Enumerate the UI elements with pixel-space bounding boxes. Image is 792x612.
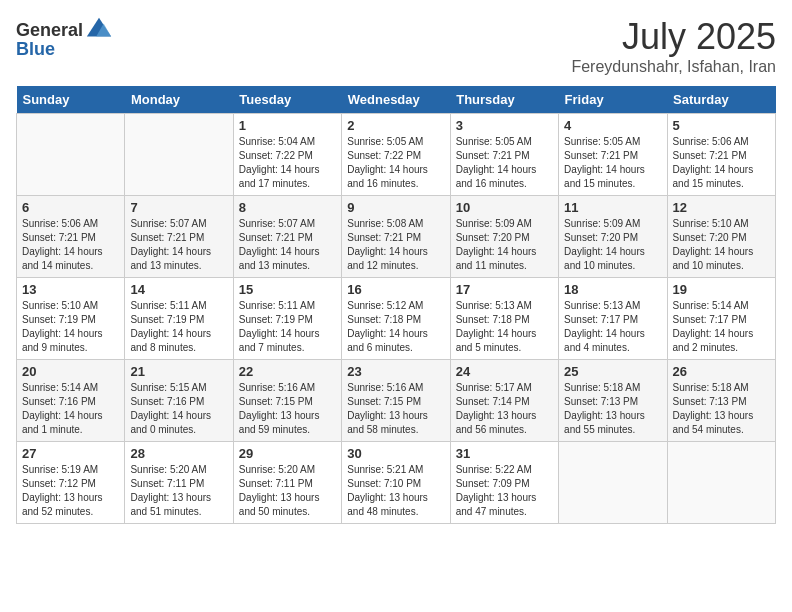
- calendar-cell: 18Sunrise: 5:13 AM Sunset: 7:17 PM Dayli…: [559, 278, 667, 360]
- day-info: Sunrise: 5:09 AM Sunset: 7:20 PM Dayligh…: [564, 217, 661, 273]
- day-number: 18: [564, 282, 661, 297]
- day-info: Sunrise: 5:18 AM Sunset: 7:13 PM Dayligh…: [673, 381, 770, 437]
- day-info: Sunrise: 5:07 AM Sunset: 7:21 PM Dayligh…: [239, 217, 336, 273]
- calendar-cell: 30Sunrise: 5:21 AM Sunset: 7:10 PM Dayli…: [342, 442, 450, 524]
- day-info: Sunrise: 5:14 AM Sunset: 7:16 PM Dayligh…: [22, 381, 119, 437]
- calendar-week-row: 13Sunrise: 5:10 AM Sunset: 7:19 PM Dayli…: [17, 278, 776, 360]
- day-number: 23: [347, 364, 444, 379]
- calendar-week-row: 20Sunrise: 5:14 AM Sunset: 7:16 PM Dayli…: [17, 360, 776, 442]
- calendar-cell: 2Sunrise: 5:05 AM Sunset: 7:22 PM Daylig…: [342, 114, 450, 196]
- weekday-header-row: SundayMondayTuesdayWednesdayThursdayFrid…: [17, 86, 776, 114]
- day-number: 2: [347, 118, 444, 133]
- calendar-cell: 25Sunrise: 5:18 AM Sunset: 7:13 PM Dayli…: [559, 360, 667, 442]
- calendar-cell: 9Sunrise: 5:08 AM Sunset: 7:21 PM Daylig…: [342, 196, 450, 278]
- weekday-header-sunday: Sunday: [17, 86, 125, 114]
- calendar-cell: 24Sunrise: 5:17 AM Sunset: 7:14 PM Dayli…: [450, 360, 558, 442]
- day-info: Sunrise: 5:14 AM Sunset: 7:17 PM Dayligh…: [673, 299, 770, 355]
- calendar-cell: 19Sunrise: 5:14 AM Sunset: 7:17 PM Dayli…: [667, 278, 775, 360]
- day-info: Sunrise: 5:10 AM Sunset: 7:20 PM Dayligh…: [673, 217, 770, 273]
- calendar-cell: 28Sunrise: 5:20 AM Sunset: 7:11 PM Dayli…: [125, 442, 233, 524]
- page-header: General Blue July 2025 Fereydunshahr, Is…: [16, 16, 776, 76]
- weekday-header-thursday: Thursday: [450, 86, 558, 114]
- day-info: Sunrise: 5:06 AM Sunset: 7:21 PM Dayligh…: [22, 217, 119, 273]
- logo-icon: [85, 16, 113, 44]
- calendar-cell: 26Sunrise: 5:18 AM Sunset: 7:13 PM Dayli…: [667, 360, 775, 442]
- day-info: Sunrise: 5:22 AM Sunset: 7:09 PM Dayligh…: [456, 463, 553, 519]
- day-number: 19: [673, 282, 770, 297]
- calendar-cell: [125, 114, 233, 196]
- calendar-cell: 29Sunrise: 5:20 AM Sunset: 7:11 PM Dayli…: [233, 442, 341, 524]
- weekday-header-tuesday: Tuesday: [233, 86, 341, 114]
- day-number: 15: [239, 282, 336, 297]
- calendar-cell: [667, 442, 775, 524]
- calendar-cell: 8Sunrise: 5:07 AM Sunset: 7:21 PM Daylig…: [233, 196, 341, 278]
- calendar-week-row: 6Sunrise: 5:06 AM Sunset: 7:21 PM Daylig…: [17, 196, 776, 278]
- day-number: 14: [130, 282, 227, 297]
- calendar-table: SundayMondayTuesdayWednesdayThursdayFrid…: [16, 86, 776, 524]
- logo: General Blue: [16, 16, 113, 58]
- day-number: 31: [456, 446, 553, 461]
- day-number: 21: [130, 364, 227, 379]
- day-info: Sunrise: 5:16 AM Sunset: 7:15 PM Dayligh…: [239, 381, 336, 437]
- day-info: Sunrise: 5:16 AM Sunset: 7:15 PM Dayligh…: [347, 381, 444, 437]
- calendar-week-row: 27Sunrise: 5:19 AM Sunset: 7:12 PM Dayli…: [17, 442, 776, 524]
- calendar-cell: 10Sunrise: 5:09 AM Sunset: 7:20 PM Dayli…: [450, 196, 558, 278]
- weekday-header-wednesday: Wednesday: [342, 86, 450, 114]
- day-number: 11: [564, 200, 661, 215]
- calendar-cell: 20Sunrise: 5:14 AM Sunset: 7:16 PM Dayli…: [17, 360, 125, 442]
- calendar-cell: 14Sunrise: 5:11 AM Sunset: 7:19 PM Dayli…: [125, 278, 233, 360]
- calendar-cell: 4Sunrise: 5:05 AM Sunset: 7:21 PM Daylig…: [559, 114, 667, 196]
- calendar-cell: 15Sunrise: 5:11 AM Sunset: 7:19 PM Dayli…: [233, 278, 341, 360]
- day-number: 16: [347, 282, 444, 297]
- day-info: Sunrise: 5:13 AM Sunset: 7:18 PM Dayligh…: [456, 299, 553, 355]
- calendar-cell: 17Sunrise: 5:13 AM Sunset: 7:18 PM Dayli…: [450, 278, 558, 360]
- day-number: 17: [456, 282, 553, 297]
- day-number: 30: [347, 446, 444, 461]
- day-number: 13: [22, 282, 119, 297]
- title-block: July 2025 Fereydunshahr, Isfahan, Iran: [571, 16, 776, 76]
- weekday-header-saturday: Saturday: [667, 86, 775, 114]
- day-info: Sunrise: 5:06 AM Sunset: 7:21 PM Dayligh…: [673, 135, 770, 191]
- day-info: Sunrise: 5:20 AM Sunset: 7:11 PM Dayligh…: [130, 463, 227, 519]
- day-number: 6: [22, 200, 119, 215]
- day-number: 29: [239, 446, 336, 461]
- day-info: Sunrise: 5:13 AM Sunset: 7:17 PM Dayligh…: [564, 299, 661, 355]
- day-info: Sunrise: 5:09 AM Sunset: 7:20 PM Dayligh…: [456, 217, 553, 273]
- day-number: 20: [22, 364, 119, 379]
- calendar-cell: 21Sunrise: 5:15 AM Sunset: 7:16 PM Dayli…: [125, 360, 233, 442]
- logo-general-text: General: [16, 21, 83, 39]
- day-info: Sunrise: 5:21 AM Sunset: 7:10 PM Dayligh…: [347, 463, 444, 519]
- day-number: 5: [673, 118, 770, 133]
- day-info: Sunrise: 5:11 AM Sunset: 7:19 PM Dayligh…: [130, 299, 227, 355]
- day-info: Sunrise: 5:11 AM Sunset: 7:19 PM Dayligh…: [239, 299, 336, 355]
- day-number: 24: [456, 364, 553, 379]
- day-info: Sunrise: 5:04 AM Sunset: 7:22 PM Dayligh…: [239, 135, 336, 191]
- day-info: Sunrise: 5:05 AM Sunset: 7:21 PM Dayligh…: [564, 135, 661, 191]
- calendar-cell: 13Sunrise: 5:10 AM Sunset: 7:19 PM Dayli…: [17, 278, 125, 360]
- day-number: 12: [673, 200, 770, 215]
- day-number: 3: [456, 118, 553, 133]
- day-number: 25: [564, 364, 661, 379]
- day-info: Sunrise: 5:19 AM Sunset: 7:12 PM Dayligh…: [22, 463, 119, 519]
- calendar-cell: 16Sunrise: 5:12 AM Sunset: 7:18 PM Dayli…: [342, 278, 450, 360]
- calendar-cell: 22Sunrise: 5:16 AM Sunset: 7:15 PM Dayli…: [233, 360, 341, 442]
- calendar-cell: 6Sunrise: 5:06 AM Sunset: 7:21 PM Daylig…: [17, 196, 125, 278]
- title-month: July 2025: [571, 16, 776, 58]
- day-info: Sunrise: 5:05 AM Sunset: 7:21 PM Dayligh…: [456, 135, 553, 191]
- day-info: Sunrise: 5:07 AM Sunset: 7:21 PM Dayligh…: [130, 217, 227, 273]
- calendar-cell: 1Sunrise: 5:04 AM Sunset: 7:22 PM Daylig…: [233, 114, 341, 196]
- calendar-cell: [17, 114, 125, 196]
- day-number: 8: [239, 200, 336, 215]
- weekday-header-monday: Monday: [125, 86, 233, 114]
- calendar-cell: 31Sunrise: 5:22 AM Sunset: 7:09 PM Dayli…: [450, 442, 558, 524]
- calendar-cell: 27Sunrise: 5:19 AM Sunset: 7:12 PM Dayli…: [17, 442, 125, 524]
- calendar-cell: 12Sunrise: 5:10 AM Sunset: 7:20 PM Dayli…: [667, 196, 775, 278]
- day-number: 10: [456, 200, 553, 215]
- day-info: Sunrise: 5:20 AM Sunset: 7:11 PM Dayligh…: [239, 463, 336, 519]
- calendar-cell: 7Sunrise: 5:07 AM Sunset: 7:21 PM Daylig…: [125, 196, 233, 278]
- day-number: 4: [564, 118, 661, 133]
- day-info: Sunrise: 5:12 AM Sunset: 7:18 PM Dayligh…: [347, 299, 444, 355]
- day-number: 26: [673, 364, 770, 379]
- day-number: 1: [239, 118, 336, 133]
- calendar-cell: 23Sunrise: 5:16 AM Sunset: 7:15 PM Dayli…: [342, 360, 450, 442]
